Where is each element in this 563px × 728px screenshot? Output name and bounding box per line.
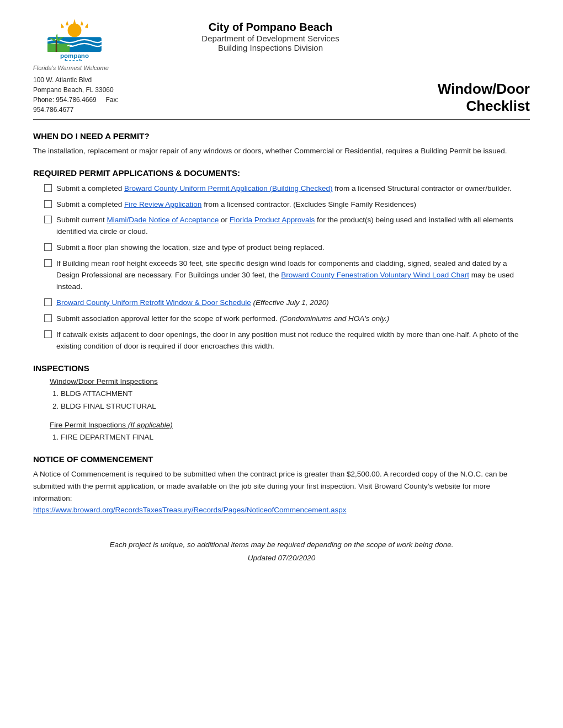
- section1-heading: WHEN DO I NEED A PERMIT?: [33, 131, 530, 141]
- item-7-text: Submit association approval letter for t…: [56, 313, 530, 325]
- tagline-text: Florida's Warmest Welcome: [33, 65, 109, 71]
- item-3-text: Submit current Miami/Dade Notice of Acce…: [56, 215, 530, 238]
- list-item: Broward County Uniform Retrofit Window &…: [44, 297, 530, 309]
- svg-rect-7: [47, 44, 70, 52]
- svg-text:beach.: beach.: [65, 58, 85, 61]
- section-permit-heading: WHEN DO I NEED A PERMIT? The installatio…: [33, 131, 530, 157]
- list-item: BLDG ATTACHMENT: [61, 388, 530, 400]
- noc-link[interactable]: https://www.broward.org/RecordsTaxesTrea…: [33, 506, 346, 514]
- checkbox-1[interactable]: [44, 184, 52, 192]
- list-item: BLDG FINAL STRUCTURAL: [61, 400, 530, 413]
- item-2-text: Submit a completed Fire Review Applicati…: [56, 199, 530, 211]
- header: pompano beach. Florida's Warmest Welcome…: [33, 17, 530, 115]
- item-4-text: Submit a floor plan showing the location…: [56, 242, 530, 254]
- street-address: 100 W. Atlantic Blvd Pompano Beach, FL 3…: [33, 75, 121, 95]
- fire-label-text: Fire Permit Inspections: [50, 421, 126, 429]
- inspection-item-1: BLDG ATTACHMENT: [61, 389, 132, 398]
- fire-label-italic: (If applicable): [128, 421, 173, 429]
- svg-point-5: [68, 23, 82, 37]
- checkbox-4[interactable]: [44, 243, 52, 251]
- section3-heading: INSPECTIONS: [33, 363, 530, 373]
- window-door-inspections-label: Window/Door Permit Inspections: [50, 377, 530, 386]
- city-name: City of Pompano Beach: [121, 21, 419, 34]
- item-8-text: If catwalk exists adjacent to door openi…: [56, 329, 530, 352]
- checkbox-8[interactable]: [44, 330, 52, 338]
- header-divider: [33, 119, 530, 120]
- window-door-inspections-list: BLDG ATTACHMENT BLDG FINAL STRUCTURAL: [61, 388, 530, 413]
- inspection-item-2: BLDG FINAL STRUCTURAL: [61, 402, 156, 410]
- checkbox-6[interactable]: [44, 298, 52, 306]
- item-1-text: Submit a completed Broward County Unifor…: [56, 183, 530, 195]
- div-name: Building Inspections Division: [121, 43, 419, 52]
- phone-fax: Phone: 954.786.4669 Fax: 954.786.4677: [33, 95, 121, 115]
- list-item: Submit a completed Fire Review Applicati…: [44, 199, 530, 211]
- miami-dade-noa-link[interactable]: Miami/Dade Notice of Acceptance: [107, 216, 219, 224]
- section4-heading: NOTICE OF COMMENCEMENT: [33, 454, 530, 464]
- list-item: Submit current Miami/Dade Notice of Acce…: [44, 215, 530, 238]
- footer-updated: Updated 07/20/2020: [33, 552, 530, 565]
- item-5-text: If Building mean roof height exceeds 30 …: [56, 258, 530, 293]
- fire-inspections-label: Fire Permit Inspections (If applicable): [50, 421, 530, 429]
- section1-body: The installation, replacement or major r…: [33, 145, 530, 157]
- section4-body: A Notice of Commencement is required to …: [33, 468, 530, 516]
- fire-inspections-list: FIRE DEPARTMENT FINAL: [61, 431, 530, 444]
- section2-heading: REQUIRED PERMIT APPLICATIONS & DOCUMENTS…: [33, 168, 530, 178]
- checklist-title: Window/Door Checklist: [419, 81, 530, 115]
- dept-name: Department of Development Services: [121, 34, 419, 43]
- checkbox-2[interactable]: [44, 200, 52, 208]
- window-door-inspections: Window/Door Permit Inspections BLDG ATTA…: [50, 377, 530, 413]
- fire-inspection-item-1: FIRE DEPARTMENT FINAL: [61, 433, 153, 441]
- checkbox-7[interactable]: [44, 314, 52, 322]
- footer-note-text: Each project is unique, so additional it…: [33, 538, 530, 552]
- phone: Phone: 954.786.4669: [33, 96, 97, 104]
- checkbox-5[interactable]: [44, 259, 52, 267]
- header-right: Window/Door Checklist: [419, 81, 530, 115]
- address-block: 100 W. Atlantic Blvd Pompano Beach, FL 3…: [33, 75, 121, 115]
- svg-marker-0: [66, 20, 68, 25]
- footer-note: Each project is unique, so additional it…: [33, 538, 530, 565]
- checklist-section: Submit a completed Broward County Unifor…: [33, 183, 530, 352]
- list-item: FIRE DEPARTMENT FINAL: [61, 431, 530, 444]
- broward-uniform-permit-link[interactable]: Broward County Uniform Permit Applicatio…: [124, 184, 332, 192]
- section-noc: NOTICE OF COMMENCEMENT A Notice of Comme…: [33, 454, 530, 516]
- fenestration-wind-load-link[interactable]: Broward County Fenestration Voluntary Wi…: [281, 271, 469, 279]
- section-required: REQUIRED PERMIT APPLICATIONS & DOCUMENTS…: [33, 168, 530, 352]
- uniform-retrofit-link[interactable]: Broward County Uniform Retrofit Window &…: [56, 298, 251, 307]
- list-item: Submit a completed Broward County Unifor…: [44, 183, 530, 195]
- pompano-beach-logo: pompano beach.: [33, 17, 116, 61]
- svg-marker-4: [85, 23, 88, 28]
- florida-tagline: Florida's Warmest Welcome: [33, 63, 109, 73]
- logo-area: pompano beach. Florida's Warmest Welcome…: [33, 17, 121, 115]
- svg-marker-3: [61, 23, 64, 28]
- list-item: If catwalk exists adjacent to door openi…: [44, 329, 530, 352]
- list-item: Submit association approval letter for t…: [44, 313, 530, 325]
- list-item: If Building mean roof height exceeds 30 …: [44, 258, 530, 293]
- header-center: City of Pompano Beach Department of Deve…: [121, 17, 419, 52]
- noc-body-text: A Notice of Commencement is required to …: [33, 470, 507, 502]
- list-item: Submit a floor plan showing the location…: [44, 242, 530, 254]
- fire-inspections: Fire Permit Inspections (If applicable) …: [50, 421, 530, 444]
- fire-review-link[interactable]: Fire Review Application: [124, 200, 201, 208]
- svg-marker-2: [81, 20, 83, 25]
- item-6-text: Broward County Uniform Retrofit Window &…: [56, 297, 530, 309]
- checkbox-3[interactable]: [44, 216, 52, 223]
- section-inspections: INSPECTIONS Window/Door Permit Inspectio…: [33, 363, 530, 444]
- florida-product-approvals-link[interactable]: Florida Product Approvals: [230, 216, 315, 224]
